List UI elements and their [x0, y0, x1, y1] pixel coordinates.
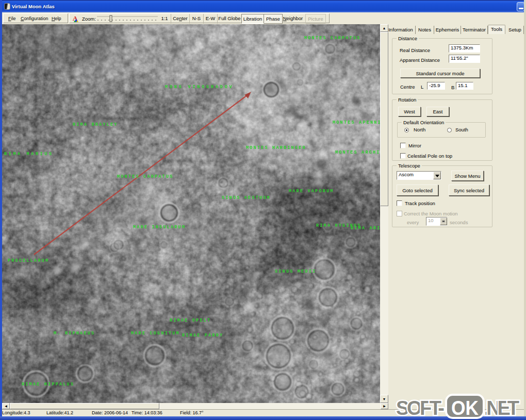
svg-text:RIMA ARIADAEUS: RIMA ARIADAEUS [351, 226, 380, 231]
svg-text:M. RIPHAEUS: M. RIPHAEUS [54, 331, 95, 336]
svg-text:.NET: .NET [484, 397, 519, 419]
svg-text:SINUS AESTUUM: SINUS AESTUUM [222, 195, 271, 200]
svg-text:PROCELLARUM: PROCELLARUM [8, 258, 49, 263]
svg-text:MONTES CARPATUS: MONTES CARPATUS [117, 174, 174, 179]
svg-text:MARE VAPORUM: MARE VAPORUM [289, 189, 334, 194]
svg-text:MONTES APENNINUS: MONTES APENNINUS [333, 120, 380, 125]
svg-text:RIMA MARIUS: RIMA MARIUS [4, 152, 54, 157]
svg-text:MARE INSULARUM: MARE INSULARUM [133, 225, 186, 230]
svg-text:OK: OK [451, 397, 479, 419]
svg-text:MARE COGNITUM: MARE COGNITUM [131, 331, 180, 336]
svg-text:RIMA BRAYLEY: RIMA BRAYLEY [73, 122, 118, 127]
svg-text:MONTES CARPATUS: MONTES CARPATUS [304, 36, 361, 41]
svg-text:MONS VINOGRADOV: MONS VINOGRADOV [165, 85, 234, 90]
svg-text:MONTES ARCHIMEDES: MONTES ARCHIMEDES [335, 150, 380, 155]
svg-text:SINUS MEDII: SINUS MEDII [275, 269, 316, 274]
svg-text:RIMAE OPELT: RIMAE OPELT [170, 318, 211, 323]
svg-text:RIMAE HIPPALUS: RIMAE HIPPALUS [22, 382, 74, 387]
svg-text:RIMAE PARRY: RIMAE PARRY [182, 333, 223, 338]
svg-text:SOFT-: SOFT- [396, 397, 445, 419]
svg-text:MONTES HARBINGER: MONTES HARBINGER [246, 145, 306, 150]
